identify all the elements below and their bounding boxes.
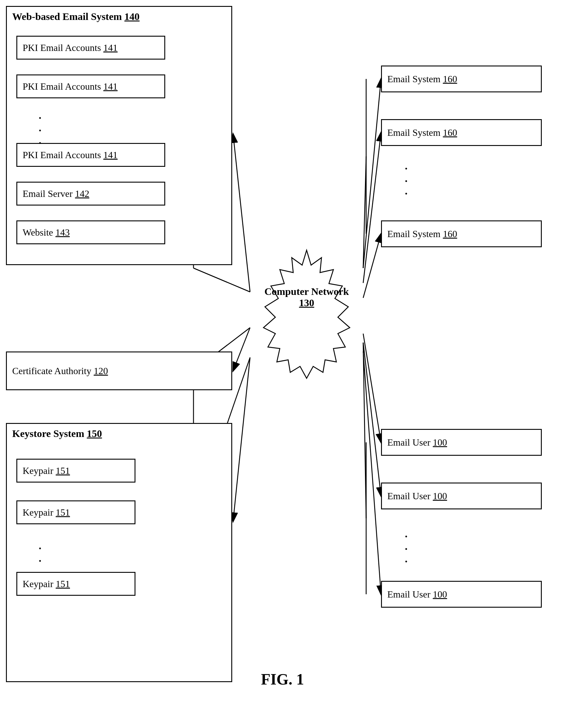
pki-account-3: PKI Email Accounts 141	[16, 143, 165, 167]
diagram: Web-based Email System 140 PKI Email Acc…	[0, 0, 565, 700]
dots-email-users: ···	[405, 530, 409, 568]
svg-line-15	[363, 156, 366, 268]
svg-line-6	[233, 357, 250, 521]
figure-label: FIG. 1	[0, 671, 565, 688]
certificate-authority-box: Certificate Authority 120	[6, 351, 232, 390]
pki-account-2: PKI Email Accounts 141	[16, 74, 165, 98]
svg-line-8	[363, 133, 381, 283]
website-box: Website 143	[16, 220, 165, 244]
email-user-3: Email User 100	[381, 581, 542, 608]
svg-line-12	[363, 351, 381, 594]
pki-account-1: PKI Email Accounts 141	[16, 36, 165, 60]
email-server-box: Email Server 142	[16, 182, 165, 206]
computer-network-label: Computer Network130	[253, 286, 360, 309]
svg-marker-3	[264, 250, 350, 378]
svg-line-5	[233, 328, 250, 371]
email-system-2: Email System 160	[381, 119, 542, 146]
svg-line-11	[363, 343, 381, 496]
keypair-2: Keypair 151	[16, 500, 136, 524]
keypair-3: Keypair 151	[16, 572, 136, 596]
email-system-3: Email System 160	[381, 220, 542, 247]
svg-line-19	[194, 268, 250, 292]
email-system-1: Email System 160	[381, 66, 542, 92]
svg-line-16	[363, 343, 366, 518]
dots-email-systems: ···	[405, 162, 409, 200]
svg-line-10	[363, 334, 381, 442]
keystore-system-title: Keystore System 150	[12, 428, 102, 439]
email-user-1: Email User 100	[381, 429, 542, 456]
keypair-1: Keypair 151	[16, 459, 136, 483]
svg-line-9	[363, 234, 381, 298]
svg-line-4	[233, 134, 250, 292]
web-email-system-title: Web-based Email System 140	[12, 11, 140, 22]
svg-line-7	[363, 79, 381, 268]
email-user-2: Email User 100	[381, 483, 542, 509]
